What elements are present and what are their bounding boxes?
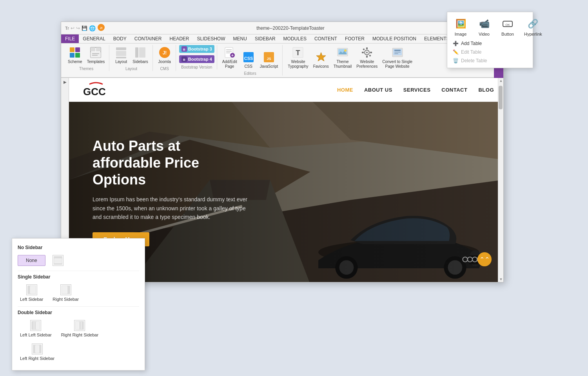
layout-label: Layout [115, 60, 127, 64]
svg-text:B: B [183, 48, 185, 51]
addeditpage-button[interactable]: + Add/EditPage [220, 45, 239, 70]
left-right-option[interactable]: Left Right Sidebar [18, 342, 57, 362]
joomla-logo-icon[interactable]: J! [97, 24, 105, 33]
right-right-option[interactable]: Right Right Sidebar [59, 318, 101, 339]
ribbon-group-themes: Scheme Templates [64, 45, 109, 71]
cms-group-label: CMS [160, 67, 169, 71]
svg-rect-14 [116, 47, 126, 50]
hero-content: Auto Parts at affordable Price Options L… [69, 137, 273, 247]
svg-point-41 [344, 49, 347, 52]
edit-table-button[interactable]: ✏️ Edit Table [450, 48, 530, 56]
video-label: Video [479, 32, 490, 36]
menu-slideshow[interactable]: SLIDESHOW [193, 34, 229, 43]
css-button[interactable]: CSS CSS [240, 50, 257, 70]
menu-container[interactable]: CONTAINER [131, 34, 166, 43]
title-bar-left: Tr ↩ ↪ 💾 🌐 J! [65, 24, 105, 33]
menu-module-position[interactable]: MODULE POSITION [368, 34, 420, 43]
themethumbnail-icon [336, 46, 349, 59]
scrollbar-track: ▲ ▼ [498, 78, 503, 282]
favicons-label: Favicons [313, 64, 329, 69]
menu-bar: FILE GENERAL BODY CONTAINER HEADER SLIDE… [61, 34, 503, 43]
scroll-top-button[interactable]: ⌃⌃ [477, 252, 492, 266]
menu-general[interactable]: GENERAL [79, 34, 109, 43]
scroll-arrow-up[interactable]: ▲ [498, 79, 503, 83]
svg-rect-44 [366, 47, 368, 49]
bootstrap3-button[interactable]: B Bootstrap 3 [179, 45, 214, 53]
joomla-button[interactable]: J! Joomla [156, 45, 173, 65]
scheme-button[interactable]: Scheme [66, 45, 84, 65]
svg-rect-45 [366, 56, 368, 58]
menu-footer[interactable]: FOOTER [341, 34, 368, 43]
svg-text:B: B [183, 58, 185, 61]
nav-contact[interactable]: CONTACT [441, 87, 467, 93]
svg-rect-46 [362, 52, 364, 53]
save-button[interactable]: 💾 [82, 25, 87, 31]
left-left-option[interactable]: Left Left Sidebar [18, 318, 54, 339]
nav-home[interactable]: HOME [337, 87, 353, 93]
single-sidebar-row: Left Sidebar Right Sidebar [18, 283, 139, 303]
image-button[interactable]: 🖼️ Image [450, 15, 471, 38]
add-table-button[interactable]: ➕ Add Table [450, 40, 530, 47]
converttosingle-button[interactable]: Convert to SinglePage Website [380, 45, 414, 70]
double-sidebar-row2: Left Right Sidebar [18, 342, 139, 362]
svg-rect-49 [369, 54, 371, 57]
undo-button[interactable]: ↩ [71, 25, 74, 31]
redo-button[interactable]: ↪ [76, 25, 80, 31]
hero-title: Auto Parts at affordable Price Options [93, 137, 249, 188]
none-option[interactable]: None [18, 255, 45, 266]
menu-content[interactable]: CONTENT [310, 34, 341, 43]
video-button[interactable]: 📹 Video [474, 15, 494, 38]
button-icon: OK [501, 17, 515, 31]
websitepreferences-button[interactable]: WebsitePreferences [354, 45, 379, 70]
site-nav: GCC HOME ABOUT US SERVICES CONTACT BLOG [69, 78, 503, 102]
left-sidebar-option[interactable]: Left Sidebar [18, 283, 45, 303]
sidebars-button[interactable]: Sidebars [131, 45, 150, 65]
scheme-label: Scheme [68, 60, 82, 64]
right-sidebar-option[interactable]: Right Sidebar [50, 283, 81, 303]
menu-sidebar[interactable]: SIDEBAR [251, 34, 279, 43]
joomla-label: Joomla [158, 60, 171, 64]
left-left-label: Left Left Sidebar [20, 333, 52, 337]
favicons-button[interactable]: Favicons [311, 50, 331, 70]
delete-table-icon: 🗑️ [453, 58, 459, 63]
layout-group-label: Layout [125, 67, 137, 71]
hyperlink-button[interactable]: 🔗 Hyperlink [521, 15, 545, 38]
ribbon-group-tools: T WebsiteTypography Favicons [283, 45, 417, 70]
svg-rect-12 [92, 53, 99, 54]
svg-rect-92 [76, 322, 79, 329]
nav-services[interactable]: SERVICES [403, 87, 431, 93]
none-layout-icon[interactable] [50, 253, 66, 268]
nav-blog[interactable]: BLOG [478, 87, 494, 93]
left-sidebar-icon [26, 284, 37, 295]
templates-icon [89, 46, 102, 59]
javascript-button[interactable]: JS JavaScript [258, 50, 280, 70]
svg-rect-94 [82, 322, 83, 329]
themethumbnail-button[interactable]: ThemeThumbnail [332, 45, 354, 70]
templates-button[interactable]: Templates [85, 45, 107, 65]
add-table-label: Add Table [461, 41, 482, 46]
addeditpage-icon: + [223, 46, 236, 59]
websitetypography-button[interactable]: T WebsiteTypography [286, 45, 310, 70]
menu-file[interactable]: FILE [61, 34, 79, 43]
toggle-icon: ▶ [64, 80, 67, 84]
svg-rect-54 [394, 53, 398, 54]
bootstrap4-button[interactable]: B Bootstrap 4 [179, 55, 214, 63]
right-right-icon [74, 320, 85, 331]
nav-about[interactable]: ABOUT US [364, 87, 392, 93]
layout-button[interactable]: Layout [113, 45, 130, 65]
layout-icon [115, 46, 127, 59]
menu-header[interactable]: HEADER [166, 34, 193, 43]
ribbon-group-layout: Layout Sidebars Layout [110, 45, 152, 71]
favicons-icon [315, 51, 327, 63]
delete-table-button[interactable]: 🗑️ Delete Table [450, 57, 530, 65]
site-logo: GCC [78, 81, 114, 98]
globe-icon[interactable]: 🌐 [89, 25, 96, 31]
menu-menu[interactable]: MENU [229, 34, 251, 43]
svg-text:OK: OK [505, 23, 510, 27]
menu-modules[interactable]: MODULES [279, 34, 310, 43]
scrollbar-thumb[interactable] [499, 86, 503, 109]
button-button[interactable]: OK Button [497, 15, 518, 38]
image-label: Image [455, 32, 467, 36]
menu-body[interactable]: BODY [109, 34, 131, 43]
scroll-arrow-down[interactable]: ▼ [498, 277, 503, 281]
